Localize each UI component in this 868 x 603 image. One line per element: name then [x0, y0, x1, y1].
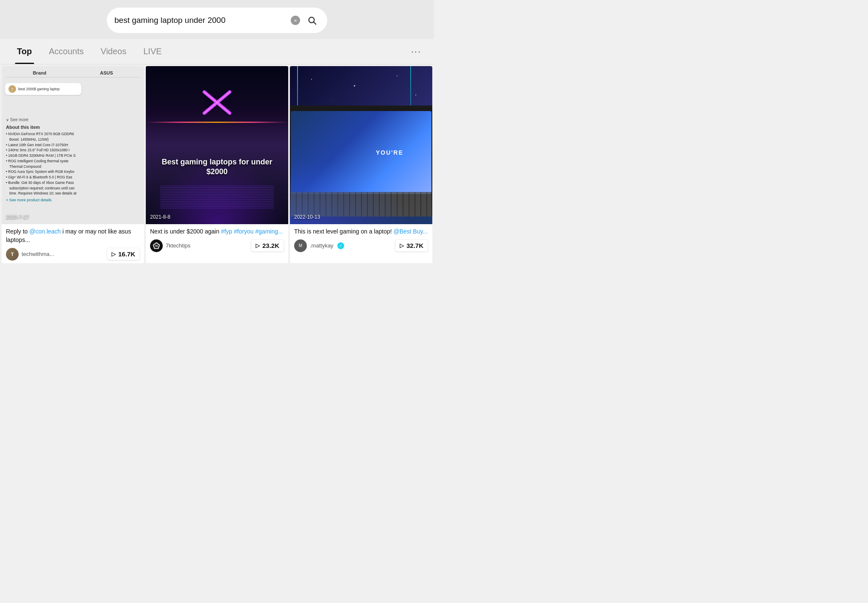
about-item: About this item — [6, 125, 140, 130]
comment-bubble: T best 2000$ gaming laptop — [5, 83, 81, 95]
author-avatar-1: T — [6, 248, 19, 261]
video-date-1: 2020-7-27 — [6, 214, 29, 220]
search-bar-container: best gaming laptop under 2000 × — [0, 0, 434, 39]
video-meta-2: 7K 7ktechtips ▷ 23.2K — [150, 239, 284, 252]
video-card-3[interactable]: YOU'RE 2022-10-13 This is next level gam… — [290, 66, 432, 263]
video-description-1: Reply to @con.leach i may or may not lik… — [6, 228, 140, 244]
video-meta-1: T techwithma... ▷ 16.7K — [6, 248, 140, 261]
youre-text: YOU'RE — [376, 149, 403, 156]
video-info-2: Next is under $2000 again #fyp #foryou #… — [146, 224, 288, 255]
results-grid: Brand ASUS T best 2000$ gaming laptop ∨ … — [0, 64, 434, 265]
play-count-value-1: 16.7K — [118, 250, 135, 258]
brand-label: Brand — [33, 70, 46, 75]
play-count-1: ▷ 16.7K — [107, 248, 140, 260]
author-name-2: 7ktechtips — [166, 242, 191, 249]
video-info-1: Reply to @con.leach i may or may not lik… — [2, 224, 144, 263]
play-count-value-2: 23.2K — [262, 242, 279, 249]
search-query-text: best gaming laptop under 2000 — [114, 16, 287, 25]
search-bar: best gaming laptop under 2000 × — [107, 8, 327, 33]
tab-videos[interactable]: Videos — [92, 39, 135, 64]
tabs-more-button[interactable]: ··· — [407, 42, 426, 61]
video-author-1: T techwithma... — [6, 248, 54, 261]
author-name-3: .mattykay — [310, 242, 334, 249]
play-icon-1: ▷ — [111, 251, 116, 257]
author-avatar-2: 7K — [150, 239, 163, 252]
tab-live[interactable]: LIVE — [135, 39, 170, 64]
video-date-2: 2021-8-8 — [150, 214, 170, 220]
tabs-container: Top Accounts Videos LIVE ··· — [0, 39, 434, 64]
thumbnail-2: Best gaming laptops for under $2000 2021… — [146, 66, 288, 224]
video-info-3: This is next level gaming on a laptop! @… — [290, 224, 432, 255]
video-card-1[interactable]: Brand ASUS T best 2000$ gaming laptop ∨ … — [2, 66, 144, 263]
verified-badge-3: ✓ — [337, 242, 344, 249]
laptop-image: YOU'RE — [290, 106, 432, 216]
video-meta-3: M .mattykay ✓ ▷ 32.7K — [294, 239, 428, 252]
mention-1: @con.leach — [29, 228, 61, 235]
play-icon-3: ▷ — [400, 242, 404, 249]
search-button[interactable] — [304, 13, 320, 28]
svg-text:7K: 7K — [155, 244, 159, 247]
video-description-2: Next is under $2000 again #fyp #foryou #… — [150, 228, 284, 236]
play-icon-2: ▷ — [256, 242, 260, 249]
author-name-1: techwithma... — [22, 251, 54, 257]
thumbnail-3: YOU'RE 2022-10-13 — [290, 66, 432, 224]
video-card-2[interactable]: Best gaming laptops for under $2000 2021… — [146, 66, 288, 263]
x-icon — [200, 90, 234, 115]
video-date-3: 2022-10-13 — [294, 214, 320, 220]
video-author-3: M .mattykay ✓ — [294, 239, 344, 252]
comment-avatar: T — [8, 85, 16, 93]
see-more: ∨ See more — [6, 117, 140, 122]
play-count-2: ▷ 23.2K — [251, 239, 284, 252]
play-count-value-3: 32.7K — [406, 242, 423, 249]
tab-accounts[interactable]: Accounts — [40, 39, 92, 64]
thumbnail-1: Brand ASUS T best 2000$ gaming laptop ∨ … — [2, 66, 144, 224]
search-clear-button[interactable]: × — [291, 16, 300, 25]
play-count-3: ▷ 32.7K — [395, 239, 428, 252]
comment-text: best 2000$ gaming laptop — [18, 87, 60, 91]
video-description-3: This is next level gaming on a laptop! @… — [294, 228, 428, 236]
mention-2: #fyp #foryou #gaming... — [221, 228, 283, 235]
author-avatar-3: M — [294, 239, 307, 252]
video-author-2: 7K 7ktechtips — [150, 239, 191, 252]
thumb-2-overlay-text: Best gaming laptops for under $2000 — [146, 157, 288, 177]
see-details: > See more product details — [6, 198, 140, 202]
7ktechtips-logo: 7K — [153, 242, 160, 250]
spec-list: • NVIDIA GeForce RTX 2070 8GB GDDR6 Boos… — [6, 131, 140, 196]
mention-3: @Best Buy... — [393, 228, 428, 235]
brand-value: ASUS — [100, 70, 113, 75]
tab-top[interactable]: Top — [8, 39, 40, 64]
svg-line-1 — [314, 22, 316, 24]
